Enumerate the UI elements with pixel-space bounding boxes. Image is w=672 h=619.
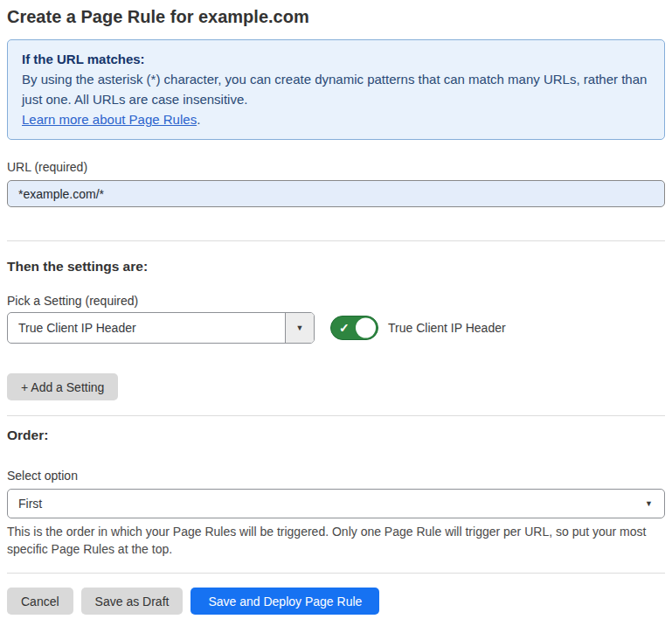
link-suffix: . <box>197 112 200 127</box>
setting-toggle[interactable]: ✓ <box>330 316 378 340</box>
learn-more-link[interactable]: Learn more about Page Rules <box>22 112 197 127</box>
footer-button-row: Cancel Save as Draft Save and Deploy Pag… <box>7 588 665 615</box>
setting-dropdown[interactable]: True Client IP Header ▼ <box>7 312 315 344</box>
save-and-deploy-button[interactable]: Save and Deploy Page Rule <box>191 588 379 615</box>
cancel-button[interactable]: Cancel <box>7 588 73 615</box>
divider <box>7 415 665 416</box>
divider <box>7 240 665 241</box>
url-match-info-box: If the URL matches: By using the asteris… <box>7 39 665 140</box>
settings-section-heading: Then the settings are: <box>7 259 665 275</box>
url-input[interactable] <box>7 180 665 207</box>
order-section-heading: Order: <box>7 428 665 443</box>
setting-row: True Client IP Header ▼ ✓ True Client IP… <box>7 312 665 344</box>
toggle-knob <box>356 318 376 338</box>
page-title: Create a Page Rule for example.com <box>7 5 665 28</box>
pick-setting-label: Pick a Setting (required) <box>7 294 665 308</box>
setting-dropdown-value: True Client IP Header <box>8 321 285 335</box>
info-box-link-line: Learn more about Page Rules. <box>22 109 650 129</box>
url-field-label: URL (required) <box>7 160 665 174</box>
order-select-label: Select option <box>7 469 665 483</box>
check-icon: ✓ <box>339 322 350 334</box>
info-box-heading: If the URL matches: <box>22 49 650 69</box>
order-dropdown-value: First <box>8 497 645 511</box>
divider <box>7 573 665 574</box>
chevron-down-icon: ▼ <box>645 499 664 508</box>
page-rule-form: Create a Page Rule for example.com If th… <box>0 5 672 615</box>
toggle-label: True Client IP Header <box>388 321 506 335</box>
order-help-text: This is the order in which your Page Rul… <box>7 523 662 558</box>
info-box-body: By using the asterisk (*) character, you… <box>22 69 650 109</box>
add-setting-button[interactable]: + Add a Setting <box>7 373 118 400</box>
chevron-down-icon[interactable]: ▼ <box>285 313 314 343</box>
order-dropdown[interactable]: First ▼ <box>7 489 665 518</box>
save-as-draft-button[interactable]: Save as Draft <box>81 588 184 615</box>
